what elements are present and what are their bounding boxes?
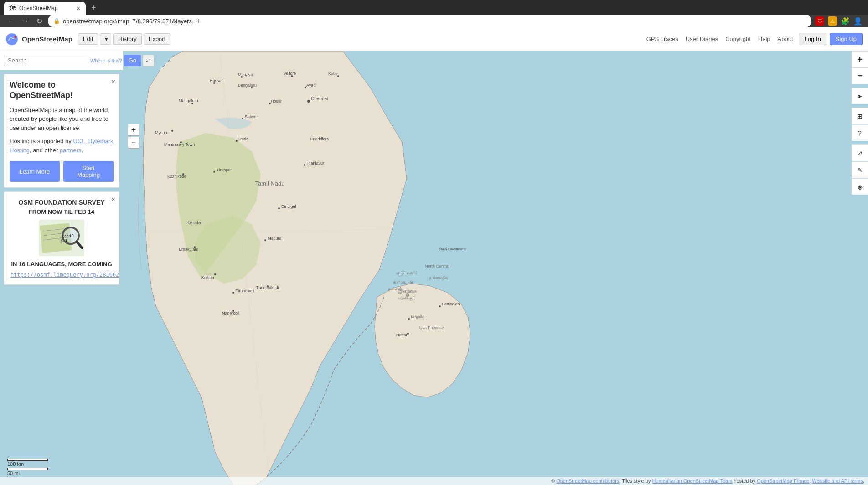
note-button[interactable]: ✎ <box>852 161 868 178</box>
svg-text:Mандya: Mандya <box>238 72 253 77</box>
layers-button[interactable]: ⊞ <box>852 108 868 124</box>
sidebar: Where is this? Go ⇌ × Welcome to OpenStr… <box>0 51 123 285</box>
share-button[interactable]: ↗ <box>852 144 868 161</box>
svg-text:011: 011 <box>60 238 67 243</box>
zoom-out-ctrl[interactable]: − <box>852 67 868 84</box>
svg-point-46 <box>304 164 305 166</box>
svg-text:Thoothukudi: Thoothukudi <box>256 285 279 290</box>
ucl-link[interactable]: UCL <box>73 138 85 144</box>
svg-text:Batticaloa: Batticaloa <box>442 302 460 306</box>
svg-point-1 <box>14 36 16 38</box>
profile-button[interactable]: 👤 <box>853 16 863 26</box>
map-container: Tamil Nadu Chennai Salem Tiruppur Dindig… <box>0 51 868 485</box>
svg-text:North Central: North Central <box>425 264 450 268</box>
svg-text:Tirunelveli: Tirunelveli <box>236 289 254 293</box>
svg-text:Hosur: Hosur <box>271 99 282 103</box>
survey-close-button[interactable]: × <box>111 196 115 204</box>
directions-button[interactable]: ⇌ <box>143 55 154 66</box>
zoom-out-button[interactable]: − <box>128 137 140 149</box>
scale-mi: 50 mi <box>7 470 48 476</box>
welcome-close-button[interactable]: × <box>111 78 115 86</box>
tab-close-icon[interactable]: × <box>77 5 80 12</box>
signup-button[interactable]: Sign Up <box>830 33 863 45</box>
svg-text:Mysuru: Mysuru <box>155 130 169 135</box>
svg-text:Ernakulam: Ernakulam <box>179 247 198 252</box>
svg-point-8 <box>213 171 215 173</box>
browser-extensions: 🛡 ⚠ 🧩 👤 <box>815 16 863 26</box>
svg-text:Cuddalore: Cuddalore <box>310 137 329 141</box>
svg-text:Bengaluru: Bengaluru <box>238 83 257 88</box>
learn-more-button[interactable]: Learn More <box>10 161 60 182</box>
osm-logo-text: OpenStreetMap <box>22 35 72 43</box>
data-button[interactable]: ◈ <box>852 178 868 195</box>
lock-icon: 🔒 <box>53 18 60 24</box>
header-links: GPS Traces User Diaries Copyright Help A… <box>646 36 793 42</box>
back-button[interactable]: ← <box>5 15 16 27</box>
survey-languages: IN 16 LANGUAGES, MORE COMING <box>10 261 113 268</box>
svg-point-14 <box>232 292 234 294</box>
zoom-in-button[interactable]: + <box>128 124 140 136</box>
extension-icon-1[interactable]: 🛡 <box>815 16 824 26</box>
svg-text:Dindigul: Dindigul <box>281 204 296 209</box>
svg-text:Chennai: Chennai <box>311 96 328 101</box>
search-go-button[interactable]: Go <box>124 55 141 66</box>
svg-text:Kolar: Kolar <box>328 72 338 76</box>
svg-point-0 <box>6 33 18 45</box>
gps-traces-link[interactable]: GPS Traces <box>646 36 678 42</box>
user-diaries-link[interactable]: User Diaries <box>686 36 718 42</box>
survey-link[interactable]: https://osmf.limequery.org/281662 <box>10 272 119 278</box>
edit-button[interactable]: Edit <box>78 33 98 45</box>
where-is-this-link[interactable]: Where is this? <box>90 55 122 66</box>
start-mapping-button[interactable]: Start Mapping <box>63 161 114 182</box>
osmf-link[interactable]: OpenStreetMap France <box>757 478 809 484</box>
forward-button[interactable]: → <box>20 15 31 27</box>
svg-point-26 <box>171 130 173 132</box>
partners-link[interactable]: partners <box>60 147 82 154</box>
survey-title: OSM FOUNDATION SURVEY <box>10 198 113 206</box>
compass-button[interactable]: ➤ <box>852 88 868 104</box>
svg-text:Avadi: Avadi <box>306 83 316 88</box>
svg-text:Manassery Town: Manassery Town <box>164 142 195 147</box>
svg-text:Kegalle: Kegalle <box>411 315 424 319</box>
edit-dropdown-button[interactable]: ▾ <box>100 33 111 45</box>
copyright-link[interactable]: Copyright <box>725 36 751 42</box>
osm-contributors-link[interactable]: OpenStreetMap contributors <box>556 478 619 484</box>
about-link[interactable]: About <box>778 36 793 42</box>
welcome-body-text: OpenStreetMap is a map of the world, cre… <box>10 106 114 133</box>
tab-title: OpenStreetMap <box>19 5 73 11</box>
map-svg: Tamil Nadu Chennai Salem Tiruppur Dindig… <box>0 51 868 485</box>
attribution-text: © OpenStreetMap contributors. Tiles styl… <box>551 478 864 484</box>
login-button[interactable]: Log In <box>799 33 827 45</box>
new-tab-button[interactable]: + <box>88 1 100 15</box>
address-bar[interactable]: 🔒 openstreetmap.org/#map=7/8.396/79.871&… <box>48 15 811 27</box>
terms-link[interactable]: Website and API terms <box>812 478 863 484</box>
osm-header: OpenStreetMap Edit ▾ History Export GPS … <box>0 27 868 51</box>
survey-date: FROM NOW TIL FEB 14 <box>10 208 113 215</box>
zoom-in-ctrl[interactable]: + <box>852 51 868 67</box>
extensions-button[interactable]: 🧩 <box>841 16 850 26</box>
svg-text:Tamil Nadu: Tamil Nadu <box>255 180 284 187</box>
svg-text:Nagercoil: Nagercoil <box>222 311 239 315</box>
welcome-panel: × Welcome to OpenStreetMap! OpenStreetMa… <box>4 74 119 188</box>
svg-point-10 <box>278 207 280 209</box>
browser-chrome: 🗺 OpenStreetMap × + ← → ↻ 🔒 openstreetma… <box>0 0 868 27</box>
welcome-buttons: Learn More Start Mapping <box>10 161 114 182</box>
export-button[interactable]: Export <box>144 33 171 45</box>
svg-text:Erode: Erode <box>238 137 248 141</box>
history-button[interactable]: History <box>113 33 141 45</box>
hot-link[interactable]: Humanitarian OpenStreetMap Team <box>652 478 732 484</box>
search-input[interactable] <box>4 55 88 66</box>
svg-text:Vellore: Vellore <box>284 71 296 76</box>
query-button[interactable]: ? <box>852 124 868 141</box>
active-tab[interactable]: 🗺 OpenStreetMap × <box>4 2 86 15</box>
svg-text:Kozhikode: Kozhikode <box>167 174 186 179</box>
main-container: Tamil Nadu Chennai Salem Tiruppur Dindig… <box>0 51 868 485</box>
svg-text:Hassan: Hassan <box>210 78 224 83</box>
reload-button[interactable]: ↻ <box>35 15 44 27</box>
extension-icon-2[interactable]: ⚠ <box>828 16 837 26</box>
svg-point-4 <box>307 100 310 103</box>
svg-point-6 <box>242 118 243 119</box>
osm-logo-icon <box>5 33 18 46</box>
osm-logo[interactable]: OpenStreetMap <box>5 33 72 46</box>
help-link[interactable]: Help <box>758 36 770 42</box>
